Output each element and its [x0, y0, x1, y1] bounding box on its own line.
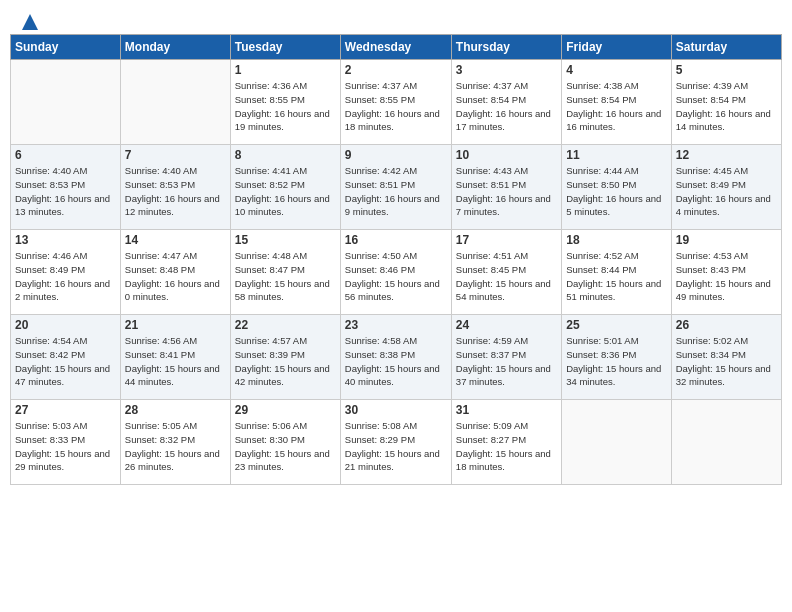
page-header	[10, 10, 782, 28]
day-info: Sunrise: 4:50 AM Sunset: 8:46 PM Dayligh…	[345, 249, 447, 304]
day-of-week-header: Thursday	[451, 35, 561, 60]
logo	[20, 18, 38, 24]
day-info: Sunrise: 4:38 AM Sunset: 8:54 PM Dayligh…	[566, 79, 666, 134]
day-number: 5	[676, 63, 777, 77]
calendar-cell: 16Sunrise: 4:50 AM Sunset: 8:46 PM Dayli…	[340, 230, 451, 315]
day-info: Sunrise: 4:40 AM Sunset: 8:53 PM Dayligh…	[125, 164, 226, 219]
calendar-cell: 30Sunrise: 5:08 AM Sunset: 8:29 PM Dayli…	[340, 400, 451, 485]
day-number: 24	[456, 318, 557, 332]
calendar-cell	[562, 400, 671, 485]
day-number: 7	[125, 148, 226, 162]
day-number: 2	[345, 63, 447, 77]
day-number: 28	[125, 403, 226, 417]
calendar-week-row: 13Sunrise: 4:46 AM Sunset: 8:49 PM Dayli…	[11, 230, 782, 315]
day-info: Sunrise: 4:53 AM Sunset: 8:43 PM Dayligh…	[676, 249, 777, 304]
day-number: 30	[345, 403, 447, 417]
calendar-cell: 19Sunrise: 4:53 AM Sunset: 8:43 PM Dayli…	[671, 230, 781, 315]
day-info: Sunrise: 4:59 AM Sunset: 8:37 PM Dayligh…	[456, 334, 557, 389]
day-number: 10	[456, 148, 557, 162]
calendar-cell: 31Sunrise: 5:09 AM Sunset: 8:27 PM Dayli…	[451, 400, 561, 485]
day-info: Sunrise: 4:41 AM Sunset: 8:52 PM Dayligh…	[235, 164, 336, 219]
calendar-cell: 28Sunrise: 5:05 AM Sunset: 8:32 PM Dayli…	[120, 400, 230, 485]
calendar-cell: 9Sunrise: 4:42 AM Sunset: 8:51 PM Daylig…	[340, 145, 451, 230]
day-of-week-header: Friday	[562, 35, 671, 60]
calendar-cell	[11, 60, 121, 145]
calendar-cell: 8Sunrise: 4:41 AM Sunset: 8:52 PM Daylig…	[230, 145, 340, 230]
day-number: 12	[676, 148, 777, 162]
calendar-cell	[671, 400, 781, 485]
calendar-cell: 5Sunrise: 4:39 AM Sunset: 8:54 PM Daylig…	[671, 60, 781, 145]
day-number: 20	[15, 318, 116, 332]
day-info: Sunrise: 4:36 AM Sunset: 8:55 PM Dayligh…	[235, 79, 336, 134]
day-info: Sunrise: 5:05 AM Sunset: 8:32 PM Dayligh…	[125, 419, 226, 474]
calendar-cell: 14Sunrise: 4:47 AM Sunset: 8:48 PM Dayli…	[120, 230, 230, 315]
calendar-cell: 4Sunrise: 4:38 AM Sunset: 8:54 PM Daylig…	[562, 60, 671, 145]
calendar-cell: 2Sunrise: 4:37 AM Sunset: 8:55 PM Daylig…	[340, 60, 451, 145]
day-info: Sunrise: 4:43 AM Sunset: 8:51 PM Dayligh…	[456, 164, 557, 219]
day-info: Sunrise: 4:39 AM Sunset: 8:54 PM Dayligh…	[676, 79, 777, 134]
day-info: Sunrise: 5:02 AM Sunset: 8:34 PM Dayligh…	[676, 334, 777, 389]
day-of-week-header: Wednesday	[340, 35, 451, 60]
calendar-week-row: 20Sunrise: 4:54 AM Sunset: 8:42 PM Dayli…	[11, 315, 782, 400]
day-number: 14	[125, 233, 226, 247]
calendar-cell: 27Sunrise: 5:03 AM Sunset: 8:33 PM Dayli…	[11, 400, 121, 485]
day-info: Sunrise: 4:42 AM Sunset: 8:51 PM Dayligh…	[345, 164, 447, 219]
calendar-cell: 13Sunrise: 4:46 AM Sunset: 8:49 PM Dayli…	[11, 230, 121, 315]
day-number: 9	[345, 148, 447, 162]
calendar-cell: 26Sunrise: 5:02 AM Sunset: 8:34 PM Dayli…	[671, 315, 781, 400]
day-number: 21	[125, 318, 226, 332]
day-info: Sunrise: 5:09 AM Sunset: 8:27 PM Dayligh…	[456, 419, 557, 474]
day-info: Sunrise: 4:54 AM Sunset: 8:42 PM Dayligh…	[15, 334, 116, 389]
day-info: Sunrise: 4:57 AM Sunset: 8:39 PM Dayligh…	[235, 334, 336, 389]
day-number: 4	[566, 63, 666, 77]
calendar-cell: 10Sunrise: 4:43 AM Sunset: 8:51 PM Dayli…	[451, 145, 561, 230]
day-number: 8	[235, 148, 336, 162]
day-info: Sunrise: 4:56 AM Sunset: 8:41 PM Dayligh…	[125, 334, 226, 389]
calendar-cell: 18Sunrise: 4:52 AM Sunset: 8:44 PM Dayli…	[562, 230, 671, 315]
calendar-cell: 6Sunrise: 4:40 AM Sunset: 8:53 PM Daylig…	[11, 145, 121, 230]
calendar-cell: 11Sunrise: 4:44 AM Sunset: 8:50 PM Dayli…	[562, 145, 671, 230]
day-info: Sunrise: 5:08 AM Sunset: 8:29 PM Dayligh…	[345, 419, 447, 474]
svg-marker-0	[22, 14, 38, 30]
day-number: 6	[15, 148, 116, 162]
day-number: 18	[566, 233, 666, 247]
day-info: Sunrise: 5:03 AM Sunset: 8:33 PM Dayligh…	[15, 419, 116, 474]
calendar-cell	[120, 60, 230, 145]
day-number: 17	[456, 233, 557, 247]
logo-arrow-icon	[22, 14, 38, 30]
calendar-week-row: 27Sunrise: 5:03 AM Sunset: 8:33 PM Dayli…	[11, 400, 782, 485]
calendar-table: SundayMondayTuesdayWednesdayThursdayFrid…	[10, 34, 782, 485]
calendar-cell: 7Sunrise: 4:40 AM Sunset: 8:53 PM Daylig…	[120, 145, 230, 230]
calendar-cell: 3Sunrise: 4:37 AM Sunset: 8:54 PM Daylig…	[451, 60, 561, 145]
day-info: Sunrise: 4:52 AM Sunset: 8:44 PM Dayligh…	[566, 249, 666, 304]
day-number: 11	[566, 148, 666, 162]
calendar-cell: 12Sunrise: 4:45 AM Sunset: 8:49 PM Dayli…	[671, 145, 781, 230]
day-number: 13	[15, 233, 116, 247]
calendar-cell: 15Sunrise: 4:48 AM Sunset: 8:47 PM Dayli…	[230, 230, 340, 315]
day-info: Sunrise: 4:48 AM Sunset: 8:47 PM Dayligh…	[235, 249, 336, 304]
calendar-cell: 17Sunrise: 4:51 AM Sunset: 8:45 PM Dayli…	[451, 230, 561, 315]
calendar-header-row: SundayMondayTuesdayWednesdayThursdayFrid…	[11, 35, 782, 60]
day-number: 29	[235, 403, 336, 417]
day-number: 31	[456, 403, 557, 417]
calendar-cell: 23Sunrise: 4:58 AM Sunset: 8:38 PM Dayli…	[340, 315, 451, 400]
day-info: Sunrise: 5:06 AM Sunset: 8:30 PM Dayligh…	[235, 419, 336, 474]
day-number: 25	[566, 318, 666, 332]
day-info: Sunrise: 4:51 AM Sunset: 8:45 PM Dayligh…	[456, 249, 557, 304]
day-number: 26	[676, 318, 777, 332]
calendar-cell: 24Sunrise: 4:59 AM Sunset: 8:37 PM Dayli…	[451, 315, 561, 400]
calendar-cell: 29Sunrise: 5:06 AM Sunset: 8:30 PM Dayli…	[230, 400, 340, 485]
day-info: Sunrise: 4:47 AM Sunset: 8:48 PM Dayligh…	[125, 249, 226, 304]
calendar-week-row: 6Sunrise: 4:40 AM Sunset: 8:53 PM Daylig…	[11, 145, 782, 230]
day-info: Sunrise: 4:37 AM Sunset: 8:55 PM Dayligh…	[345, 79, 447, 134]
day-info: Sunrise: 4:58 AM Sunset: 8:38 PM Dayligh…	[345, 334, 447, 389]
calendar-cell: 20Sunrise: 4:54 AM Sunset: 8:42 PM Dayli…	[11, 315, 121, 400]
day-number: 22	[235, 318, 336, 332]
day-number: 3	[456, 63, 557, 77]
day-of-week-header: Saturday	[671, 35, 781, 60]
calendar-cell: 21Sunrise: 4:56 AM Sunset: 8:41 PM Dayli…	[120, 315, 230, 400]
day-number: 23	[345, 318, 447, 332]
day-info: Sunrise: 5:01 AM Sunset: 8:36 PM Dayligh…	[566, 334, 666, 389]
calendar-week-row: 1Sunrise: 4:36 AM Sunset: 8:55 PM Daylig…	[11, 60, 782, 145]
day-number: 19	[676, 233, 777, 247]
